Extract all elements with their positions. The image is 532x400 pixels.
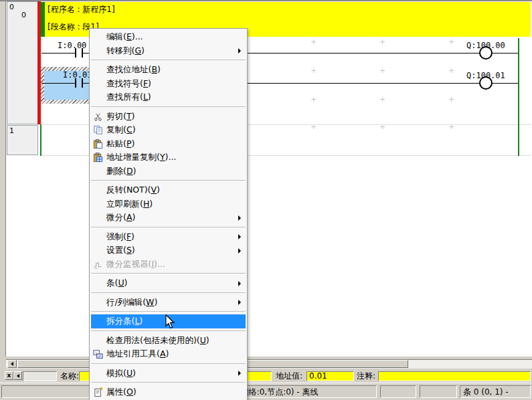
- menu-item-label: 查找位地址(B): [106, 64, 161, 74]
- menu-item-label: 强制(F): [106, 231, 135, 241]
- connection-status-text: (网络:0,节点:0) - 离线: [238, 386, 319, 398]
- menu-icon-slot: [93, 278, 103, 288]
- menu-separator: [90, 290, 247, 296]
- menu-separator: [90, 225, 247, 230]
- address-value-field[interactable]: 0.01: [306, 371, 354, 381]
- grid-dot: +: [379, 67, 385, 74]
- properties-icon: [93, 387, 103, 397]
- menu-icon-slot: [93, 65, 103, 75]
- grid-dot: +: [311, 96, 317, 103]
- menu-icon-slot: [93, 92, 103, 102]
- menu-item-copy[interactable]: 复制(C): [90, 123, 247, 137]
- menu-item-invert-not[interactable]: 反转(NOT)(V): [90, 183, 247, 197]
- mouse-cursor: [165, 314, 175, 331]
- grid-dot: +: [379, 38, 385, 45]
- menu-item-address-reference-tool[interactable]: 地址引用工具(A): [90, 347, 247, 361]
- comment-field[interactable]: [378, 371, 531, 381]
- menu-item-label: 剪切(T): [106, 111, 135, 121]
- menu-icon-slot: [93, 213, 103, 223]
- menu-item-row-column-edit[interactable]: 行/列编辑(W): [90, 296, 247, 310]
- symbol-bar: x 名称: 地址值: 0.01 注释:: [0, 369, 532, 383]
- grid-dot: +: [448, 67, 454, 74]
- menu-item-set[interactable]: 设置(S): [90, 243, 247, 258]
- menu-item-label: 行/列编辑(W): [106, 297, 157, 307]
- menu-item-edit[interactable]: 编辑(E)...: [90, 30, 247, 44]
- menu-item-find-symbol[interactable]: 查找符号(F): [90, 77, 247, 91]
- contact-address-label[interactable]: I:0.00: [58, 41, 86, 50]
- menu-item-differentiate[interactable]: 微分(A): [90, 211, 247, 225]
- grid-dot: +: [448, 96, 454, 103]
- program-name-header: [程序名 : 新程序1]: [48, 4, 115, 15]
- address-value-label: 地址值:: [276, 371, 302, 381]
- menu-separator: [90, 271, 247, 276]
- grid-dot: +: [311, 67, 317, 74]
- menu-item-label: 删除(D): [106, 166, 136, 176]
- menu-item-paste[interactable]: 粘贴(P): [90, 137, 247, 151]
- rung-number: 1: [9, 126, 14, 135]
- symbol-filter-box[interactable]: [23, 371, 57, 381]
- menu-item-force[interactable]: 强制(F): [90, 230, 247, 244]
- menu-icon-slot: [93, 199, 103, 209]
- close-icon: x: [7, 372, 11, 379]
- menu-item-find-all[interactable]: 查找所有(L): [90, 90, 247, 104]
- coil-address-label[interactable]: Q:100.00: [466, 41, 505, 50]
- contact-symbol[interactable]: [75, 78, 76, 88]
- menu-item-find-bit-address[interactable]: 查找位地址(B): [90, 63, 247, 77]
- cx-programmer-ladder-window: 0 0 1 [程序名 : 新程序1] [段名称 : 段1] + + + + + …: [0, 0, 532, 400]
- menu-item-delete[interactable]: 删除(D): [90, 165, 247, 179]
- paste-increment-icon: [93, 153, 103, 163]
- contact-address-label[interactable]: I:0.01: [63, 70, 92, 80]
- menu-item-check-usage[interactable]: 检查用法(包括未使用的)(U): [90, 334, 247, 348]
- grid-dot: +: [379, 96, 385, 103]
- submenu-arrow-icon: [238, 371, 241, 376]
- menu-item-rung[interactable]: 条(U): [90, 276, 247, 290]
- coil-address-label[interactable]: Q:100.01: [466, 71, 505, 80]
- menu-icon-slot: [93, 336, 103, 346]
- menu-icon-slot: [93, 245, 103, 256]
- name-label: 名称:: [60, 371, 79, 381]
- address-ref-icon: [93, 349, 103, 359]
- menu-item-label: 立即刷新(H): [106, 199, 153, 209]
- comment-label: 注释:: [357, 371, 375, 381]
- grid-dot: +: [311, 38, 317, 45]
- menu-icon-slot: [94, 316, 104, 326]
- rung-0-header[interactable]: 0 0: [7, 1, 38, 124]
- rung-1-header[interactable]: 1: [7, 125, 38, 155]
- menu-item-label: 条(U): [106, 278, 127, 288]
- menu-item-label: 模拟(U): [106, 368, 136, 378]
- menu-item-simulate[interactable]: 模拟(U): [90, 367, 247, 381]
- menu-item-differential-monitor: 微分监视器(I)...: [90, 258, 247, 272]
- menu-icon-slot: [93, 185, 103, 195]
- menu-item-label: 设置(S): [106, 245, 135, 255]
- left-arrow-icon: [17, 374, 19, 378]
- cut-icon: [93, 112, 103, 122]
- menu-item-label: 微分监视器(I)...: [106, 259, 165, 269]
- scrollbar-left-arrow[interactable]: [7, 360, 17, 368]
- previous-button[interactable]: [13, 371, 22, 380]
- menu-item-properties[interactable]: 属性(O): [90, 385, 247, 399]
- rung-number: 0: [9, 3, 14, 11]
- menu-separator: [90, 178, 247, 183]
- status-panel: [420, 385, 457, 398]
- submenu-arrow-icon: [238, 300, 241, 305]
- context-menu: 编辑(E)...转移到(G)查找位地址(B)查找符号(F)查找所有(L)剪切(T…: [89, 28, 248, 400]
- menu-item-label: 检查用法(包括未使用的)(U): [106, 335, 209, 345]
- contact-symbol[interactable]: [82, 78, 83, 88]
- menu-item-label: 复制(C): [106, 124, 136, 134]
- status-panel: [380, 385, 416, 398]
- close-symbol-bar-button[interactable]: x: [5, 371, 13, 380]
- submenu-arrow-icon: [238, 48, 241, 54]
- submenu-arrow-icon: [238, 234, 241, 239]
- menu-separator: [90, 104, 247, 110]
- menu-item-address-increment-copy[interactable]: 地址增量复制(Y)...: [90, 151, 247, 165]
- menu-item-label: 微分(A): [106, 212, 135, 222]
- menu-item-immediate-refresh[interactable]: 立即刷新(H): [90, 197, 247, 211]
- menu-item-label: 反转(NOT)(V): [106, 185, 160, 195]
- menu-item-go-to[interactable]: 转移到(G): [90, 44, 247, 58]
- menu-item-cut[interactable]: 剪切(T): [90, 110, 247, 124]
- menu-icon-slot: [93, 79, 103, 89]
- menu-separator: [90, 380, 247, 385]
- menu-separator: [90, 361, 247, 367]
- menu-item-label: 粘贴(P): [106, 138, 135, 148]
- menu-separator: [90, 309, 247, 314]
